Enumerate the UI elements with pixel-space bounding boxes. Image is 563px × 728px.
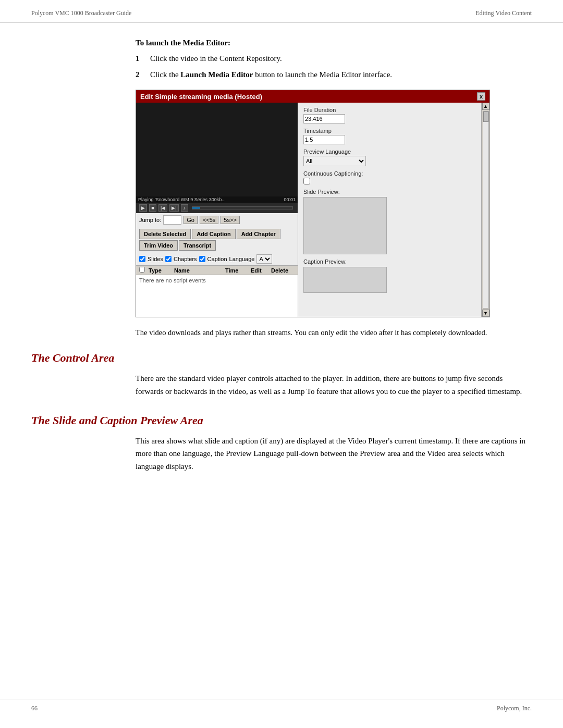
page-header: Polycom VMC 1000 Broadcaster Guide Editi… [0, 0, 563, 23]
scroll-thumb[interactable] [483, 112, 488, 122]
header-right: Editing Video Content [475, 9, 532, 17]
table-header: Type Name Time Edit Delete [136, 265, 298, 275]
progress-fill [192, 207, 200, 209]
slide-preview-group: Slide Preview: [303, 189, 476, 254]
continuous-captioning-group: Continuous Captioning: [303, 170, 476, 184]
volume-button[interactable]: ♪ [181, 204, 188, 212]
scroll-up-arrow[interactable]: ▲ [482, 103, 489, 110]
file-duration-group: File Duration [303, 107, 476, 124]
add-caption-button[interactable]: Add Caption [192, 229, 235, 239]
caption-checkbox[interactable] [199, 256, 205, 262]
timestamp-label: Timestamp [303, 128, 476, 134]
slides-checkbox[interactable] [139, 256, 145, 262]
preview-language-group: Preview Language All [303, 149, 476, 166]
dialog-left-panel: Playing 'Snowboard WM 9 Series 300kb... … [136, 103, 298, 317]
back5-button[interactable]: <<5s [200, 216, 218, 224]
prev-button[interactable]: |◀ [158, 204, 167, 212]
caption-preview-group: Caption Preview: [303, 258, 476, 293]
th-edit: Edit [251, 267, 269, 274]
jump-to-label: Jump to: [139, 217, 161, 223]
timestamp-input[interactable] [303, 135, 345, 144]
step-1-text: Click the video in the Content Repositor… [150, 53, 532, 65]
note-text: The video downloads and plays rather tha… [136, 327, 532, 339]
scroll-down-arrow[interactable]: ▼ [482, 310, 489, 317]
dialog-container: Edit Simple streaming media (Hosted) x P… [136, 90, 532, 317]
step-1-num: 1 [136, 53, 150, 65]
next-button[interactable]: ▶| [169, 204, 178, 212]
step-2-text: Click the Launch Media Editor button to … [150, 69, 532, 81]
go-button[interactable]: Go [183, 216, 198, 224]
stop-button[interactable]: ■ [149, 204, 156, 212]
timestamp-group: Timestamp [303, 128, 476, 144]
video-player [136, 103, 298, 196]
play-button[interactable]: ▶ [139, 204, 147, 212]
preview-language-select[interactable]: All [303, 156, 366, 166]
slide-preview-box [303, 197, 387, 254]
select-all-checkbox[interactable] [139, 267, 145, 273]
empty-table-message: There are no script events [139, 277, 206, 283]
delete-selected-button[interactable]: Delete Selected [139, 229, 191, 239]
continuous-captioning-label: Continuous Captioning: [303, 170, 476, 177]
chapters-label: Chapters [174, 256, 197, 262]
dialog-titlebar: Edit Simple streaming media (Hosted) x [136, 90, 489, 103]
section-control-area: The Control Area There are the standard … [31, 351, 532, 398]
scrollbar: ▲ ▼ [481, 103, 489, 317]
dialog-body: Playing 'Snowboard WM 9 Series 300kb... … [136, 103, 489, 317]
chapters-checkbox[interactable] [165, 256, 172, 262]
progress-bar[interactable] [192, 206, 293, 209]
continuous-captioning-checkbox[interactable] [303, 178, 310, 184]
fwd5-button[interactable]: 5s>> [221, 216, 239, 224]
dialog-window: Edit Simple streaming media (Hosted) x P… [136, 90, 490, 317]
video-status-bar: Playing 'Snowboard WM 9 Series 300kb... … [136, 196, 298, 203]
caption-preview-box [303, 267, 387, 293]
continuous-captioning-row [303, 178, 476, 184]
th-delete: Delete [271, 267, 295, 274]
action-buttons: Delete Selected Add Caption Add Chapter … [136, 227, 298, 253]
header-left: Polycom VMC 1000 Broadcaster Guide [31, 9, 131, 17]
section-slide-caption-body: This area shows what slide and caption (… [136, 435, 532, 473]
file-duration-input[interactable] [303, 114, 345, 124]
step-2-num: 2 [136, 69, 150, 81]
section-slide-caption-heading: The Slide and Caption Preview Area [31, 414, 532, 427]
table-body: There are no script events [136, 275, 298, 317]
footer-right: Polycom, Inc. [497, 705, 532, 712]
language-select[interactable]: All [256, 254, 272, 264]
step-1: 1 Click the video in the Content Reposit… [136, 53, 532, 65]
caption-label: Caption [207, 256, 227, 262]
transcript-button[interactable]: Transcript [179, 240, 216, 251]
dialog-close-button[interactable]: x [477, 92, 485, 101]
trim-video-button[interactable]: Trim Video [139, 240, 178, 251]
file-duration-label: File Duration [303, 107, 476, 113]
instruction-heading: To launch the Media Editor: [136, 39, 532, 47]
th-check [139, 267, 146, 274]
jump-to-row: Jump to: Go <<5s 5s>> [136, 213, 298, 227]
section-slide-caption-area: The Slide and Caption Preview Area This … [31, 414, 532, 473]
th-name: Name [174, 267, 223, 274]
add-chapter-button[interactable]: Add Chapter [237, 229, 280, 239]
th-type: Type [149, 267, 172, 274]
video-status-text: Playing 'Snowboard WM 9 Series 300kb... [138, 197, 226, 202]
filter-row: Slides Chapters Caption Language All [136, 253, 298, 265]
numbered-list: 1 Click the video in the Content Reposit… [136, 53, 532, 80]
footer-left: 66 [31, 705, 38, 712]
language-label: Language [229, 256, 255, 262]
video-time: 00:01 [284, 197, 296, 202]
dialog-right-panel: File Duration Timestamp Preview Language… [298, 103, 481, 317]
th-time: Time [225, 267, 249, 274]
page-footer: 66 Polycom, Inc. [0, 699, 563, 718]
caption-preview-label: Caption Preview: [303, 258, 476, 265]
slide-preview-label: Slide Preview: [303, 189, 476, 195]
dialog-title: Edit Simple streaming media (Hosted) [140, 93, 262, 101]
section-control-area-heading: The Control Area [31, 351, 532, 365]
jump-to-input[interactable] [163, 215, 181, 225]
preview-language-label: Preview Language [303, 149, 476, 155]
instruction-block: To launch the Media Editor: 1 Click the … [136, 39, 532, 80]
scroll-track[interactable] [483, 111, 489, 309]
slides-label: Slides [148, 256, 163, 262]
video-controls: ▶ ■ |◀ ▶| ♪ [136, 203, 298, 213]
section-control-area-body: There are the standard video player cont… [136, 372, 532, 398]
step-2: 2 Click the Launch Media Editor button t… [136, 69, 532, 81]
